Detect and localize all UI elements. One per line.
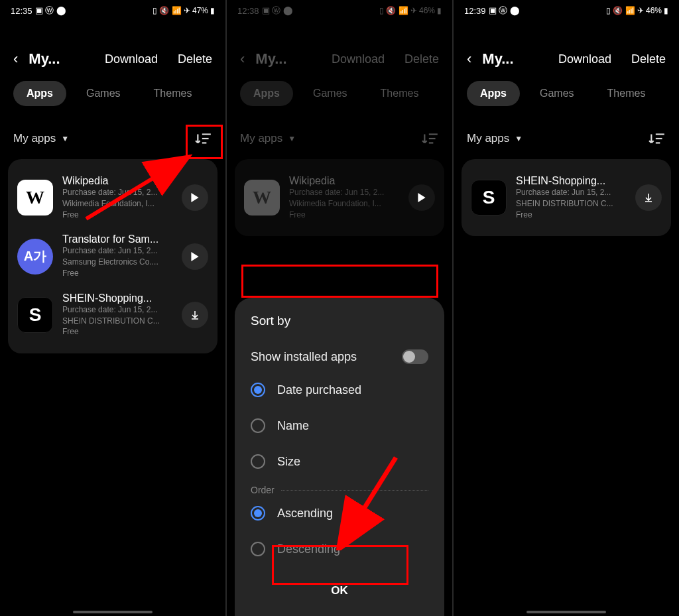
app-purchase-date: Purchase date: Jun 15, 2... xyxy=(62,304,172,316)
app-vendor: Samsung Electronics Co.... xyxy=(62,257,172,268)
delete-action[interactable]: Delete xyxy=(631,52,666,66)
tab-games[interactable]: Games xyxy=(73,81,134,106)
radio-icon xyxy=(251,506,265,521)
status-app-icons: ▣ ⓦ ⬤ xyxy=(489,5,520,17)
app-name: Translator for Sam... xyxy=(62,233,172,245)
delete-action[interactable]: Delete xyxy=(178,52,212,66)
tab-games[interactable]: Games xyxy=(300,81,361,106)
status-system-icons: ▯ 🔇 📶 ✈ xyxy=(379,6,417,15)
page-header: ‹ My... Download Delete xyxy=(227,19,452,81)
status-bar: 12:39 ▣ ⓦ ⬤ ▯ 🔇 📶 ✈ 46% ▮ xyxy=(454,0,679,19)
back-button[interactable]: ‹ xyxy=(467,50,471,68)
nav-indicator[interactable] xyxy=(73,611,153,613)
app-name: Wikipedia xyxy=(289,175,399,187)
filter-dropdown[interactable]: My apps ▼ xyxy=(467,132,523,145)
app-list: W Wikipedia Purchase date: Jun 15, 2... … xyxy=(8,159,217,353)
tab-games[interactable]: Games xyxy=(526,81,587,106)
tab-apps[interactable]: Apps xyxy=(13,81,66,106)
app-price: Free xyxy=(62,210,172,221)
app-name: Wikipedia xyxy=(62,175,172,187)
app-row[interactable]: A가 Translator for Sam... Purchase date: … xyxy=(17,227,208,285)
battery-icon: ▮ xyxy=(210,6,215,15)
status-time: 12:38 xyxy=(237,6,259,16)
app-vendor: SHEIN DISTRIBUTION C... xyxy=(516,198,626,210)
chevron-down-icon: ▼ xyxy=(288,134,296,143)
sort-option[interactable]: Size xyxy=(251,444,428,479)
show-installed-label: Show installed apps xyxy=(251,350,357,364)
app-name: SHEIN-Shopping... xyxy=(62,292,172,304)
app-price: Free xyxy=(62,268,172,279)
download-button[interactable] xyxy=(182,302,208,328)
app-name: SHEIN-Shopping... xyxy=(516,175,626,187)
delete-action[interactable]: Delete xyxy=(404,52,439,66)
order-option[interactable]: Ascending xyxy=(251,495,428,531)
show-installed-row[interactable]: Show installed apps xyxy=(251,341,428,372)
phone-screen-2: 12:38 ▣ ⓦ ⬤ ▯ 🔇 📶 ✈ 46% ▮ ‹ My... Downlo… xyxy=(227,0,452,616)
status-app-icons: ▣ ⓦ ⬤ xyxy=(35,5,66,17)
status-bar: 12:35 ▣ ⓦ ⬤ ▯ 🔇 📶 ✈ 47% ▮ xyxy=(0,0,225,19)
ok-button[interactable]: OK xyxy=(251,572,428,609)
filter-row: My apps ▼ xyxy=(227,117,452,159)
app-price: Free xyxy=(516,210,626,221)
play-button[interactable] xyxy=(182,243,208,270)
nav-indicator[interactable] xyxy=(526,611,606,613)
sort-icon-button[interactable] xyxy=(195,130,212,147)
app-price: Free xyxy=(289,210,399,221)
app-purchase-date: Purchase date: Jun 15, 2... xyxy=(62,187,172,198)
svg-marker-3 xyxy=(191,193,198,202)
page-title: My... xyxy=(482,50,513,68)
play-button[interactable] xyxy=(182,184,208,211)
back-button[interactable]: ‹ xyxy=(13,50,18,68)
app-icon: S xyxy=(17,297,53,333)
back-button[interactable]: ‹ xyxy=(240,50,245,68)
radio-icon xyxy=(251,418,265,433)
svg-marker-4 xyxy=(191,252,198,261)
app-icon: W xyxy=(244,180,280,216)
play-button[interactable] xyxy=(408,184,435,211)
battery-icon: ▮ xyxy=(664,6,668,15)
sort-icon-button[interactable] xyxy=(422,130,439,147)
show-installed-toggle[interactable] xyxy=(402,349,428,364)
app-purchase-date: Purchase date: Jun 15, 2... xyxy=(516,187,626,198)
tab-bar: Apps Games Themes xyxy=(454,81,679,117)
app-icon: S xyxy=(471,180,507,216)
sort-option-label: Name xyxy=(277,419,309,433)
filter-dropdown[interactable]: My apps ▼ xyxy=(13,132,69,145)
page-header: ‹ My... Download Delete xyxy=(0,19,225,81)
app-row[interactable]: S SHEIN-Shopping... Purchase date: Jun 1… xyxy=(17,286,208,344)
order-option[interactable]: Descending xyxy=(251,531,428,567)
page-title: My... xyxy=(29,50,60,68)
chevron-down-icon: ▼ xyxy=(515,134,523,143)
download-action[interactable]: Download xyxy=(105,52,158,66)
filter-dropdown[interactable]: My apps ▼ xyxy=(240,132,296,145)
radio-icon xyxy=(251,542,265,556)
tab-apps[interactable]: Apps xyxy=(240,81,293,106)
sort-icon-button[interactable] xyxy=(648,130,666,147)
chevron-down-icon: ▼ xyxy=(61,134,69,143)
download-action[interactable]: Download xyxy=(558,52,611,66)
tab-bar: Apps Games Themes xyxy=(0,81,225,117)
tab-themes[interactable]: Themes xyxy=(594,81,659,106)
status-time: 12:39 xyxy=(464,6,486,16)
sort-option-label: Date purchased xyxy=(277,383,361,397)
app-info: Translator for Sam... Purchase date: Jun… xyxy=(62,233,172,278)
app-row[interactable]: W Wikipedia Purchase date: Jun 15, 2... … xyxy=(17,168,208,227)
sort-option[interactable]: Date purchased xyxy=(251,372,428,408)
radio-icon xyxy=(251,383,265,397)
download-button[interactable] xyxy=(635,184,662,211)
app-info: SHEIN-Shopping... Purchase date: Jun 15,… xyxy=(516,175,626,220)
order-option-label: Ascending xyxy=(277,507,333,521)
app-info: SHEIN-Shopping... Purchase date: Jun 15,… xyxy=(62,292,172,338)
sort-option-label: Size xyxy=(277,455,300,469)
tab-themes[interactable]: Themes xyxy=(367,81,432,106)
tab-apps[interactable]: Apps xyxy=(467,81,520,106)
filter-row: My apps ▼ xyxy=(454,117,679,159)
download-action[interactable]: Download xyxy=(332,52,385,66)
app-row[interactable]: W Wikipedia Purchase date: Jun 15, 2... … xyxy=(244,168,435,227)
sort-option[interactable]: Name xyxy=(251,408,428,444)
app-price: Free xyxy=(62,326,172,338)
phone-screen-3: 12:39 ▣ ⓦ ⬤ ▯ 🔇 📶 ✈ 46% ▮ ‹ My... Downlo… xyxy=(454,0,679,616)
app-row[interactable]: S SHEIN-Shopping... Purchase date: Jun 1… xyxy=(471,168,662,227)
svg-marker-10 xyxy=(418,193,425,202)
tab-themes[interactable]: Themes xyxy=(141,81,206,106)
